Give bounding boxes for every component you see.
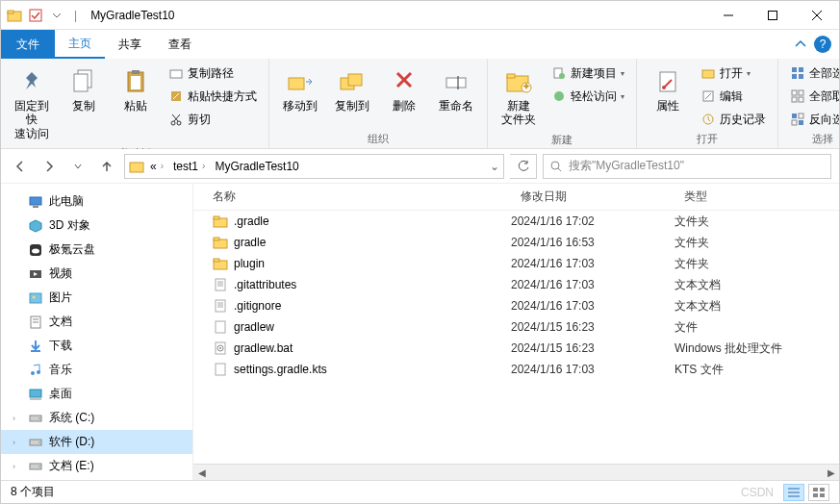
copy-path-button[interactable]: 复制路径 xyxy=(165,63,261,84)
move-to-button[interactable]: 移动到 xyxy=(277,63,323,116)
svg-rect-98 xyxy=(820,493,825,497)
file-type: 文件 xyxy=(675,319,839,336)
nav-item-label: 图片 xyxy=(49,290,72,306)
svg-rect-79 xyxy=(216,279,225,290)
scroll-right-icon[interactable]: ▶ xyxy=(823,465,839,481)
horizontal-scrollbar[interactable]: ◀ ▶ xyxy=(193,464,839,480)
column-name[interactable]: 名称 xyxy=(193,189,511,205)
rename-button[interactable]: 重命名 xyxy=(433,63,479,116)
easy-access-button[interactable]: 轻松访问▾ xyxy=(547,86,628,107)
svg-rect-39 xyxy=(792,74,797,79)
file-row[interactable]: .gitignore2024/1/16 17:03文本文档 xyxy=(193,295,839,316)
thumbnails-view-button[interactable] xyxy=(808,484,829,501)
scroll-left-icon[interactable]: ◀ xyxy=(193,465,210,481)
nav-item[interactable]: 文档 xyxy=(1,310,192,334)
folder-icon xyxy=(213,235,228,250)
column-type[interactable]: 类型 xyxy=(675,189,839,205)
file-row[interactable]: gradlew.bat2024/1/15 16:23Windows 批处理文件 xyxy=(193,338,839,359)
file-row[interactable]: plugin2024/1/16 17:03文件夹 xyxy=(193,253,839,274)
delete-button[interactable]: 删除 xyxy=(381,63,427,116)
column-date[interactable]: 修改日期 xyxy=(511,189,675,205)
edit-button[interactable]: 编辑 xyxy=(697,86,770,107)
file-type: Windows 批处理文件 xyxy=(675,340,839,357)
crumb-segment[interactable]: test1› xyxy=(169,160,209,173)
crumb-root[interactable]: «› xyxy=(146,160,167,173)
nav-item[interactable]: 下载 xyxy=(1,334,192,358)
search-box[interactable]: 搜索"MyGradleTest10" xyxy=(543,154,831,179)
history-button[interactable]: 历史记录 xyxy=(697,109,770,130)
file-tab[interactable]: 文件 xyxy=(1,30,55,59)
invert-icon xyxy=(790,112,805,127)
expand-icon[interactable]: › xyxy=(13,438,22,447)
details-view-button[interactable] xyxy=(783,484,804,501)
navigation-pane[interactable]: 此电脑3D 对象极氪云盘视频图片文档下载音乐桌面›系统 (C:)›软件 (D:)… xyxy=(1,184,193,480)
checkbox-icon[interactable] xyxy=(28,8,43,23)
breadcrumb-bar[interactable]: «› test1› MyGradleTest10 ⌄ xyxy=(124,154,504,179)
paste-shortcut-button[interactable]: 粘贴快捷方式 xyxy=(165,86,261,107)
cut-button[interactable]: 剪切 xyxy=(165,109,261,130)
properties-button[interactable]: 属性 xyxy=(645,63,691,116)
copy-to-button[interactable]: 复制到 xyxy=(329,63,375,116)
svg-rect-46 xyxy=(799,113,803,118)
new-item-button[interactable]: 新建项目▾ xyxy=(547,63,628,84)
file-name: gradle xyxy=(234,236,266,249)
ribbon-collapse-button[interactable] xyxy=(787,38,814,50)
nav-item[interactable]: 此电脑 xyxy=(1,189,192,214)
maximize-button[interactable] xyxy=(751,1,795,30)
nav-item[interactable]: 3D 对象 xyxy=(1,214,192,238)
nav-item[interactable]: 音乐 xyxy=(1,358,192,382)
svg-point-30 xyxy=(559,73,565,79)
pin-quick-access-button[interactable]: 固定到快 速访问 xyxy=(9,63,55,144)
nav-item[interactable]: ›文档 (E:) xyxy=(1,454,192,478)
expand-icon[interactable]: › xyxy=(13,462,22,471)
nav-item[interactable]: 桌面 xyxy=(1,382,192,406)
tab-home[interactable]: 主页 xyxy=(55,30,105,59)
copy-button[interactable]: 复制 xyxy=(61,63,107,116)
file-row[interactable]: .gitattributes2024/1/16 17:03文本文档 xyxy=(193,274,839,295)
new-folder-button[interactable]: ✦ 新建 文件夹 xyxy=(496,63,542,131)
refresh-button[interactable] xyxy=(510,154,537,179)
address-dropdown-icon[interactable]: ⌄ xyxy=(490,160,499,173)
shortcut-icon xyxy=(168,88,184,104)
qat-dropdown-icon[interactable] xyxy=(49,8,64,23)
crumb-segment[interactable]: MyGradleTest10 xyxy=(211,160,302,173)
tab-view[interactable]: 查看 xyxy=(155,30,205,59)
paste-button[interactable]: 粘贴 xyxy=(113,63,159,116)
nav-item-label: 文档 (E:) xyxy=(49,458,94,474)
back-button[interactable] xyxy=(9,155,32,178)
minimize-button[interactable] xyxy=(706,1,751,30)
titlebar: | MyGradleTest10 xyxy=(1,1,839,30)
file-list[interactable]: .gradle2024/1/16 17:02文件夹gradle2024/1/16… xyxy=(193,211,839,464)
open-button[interactable]: 打开▾ xyxy=(697,63,770,84)
select-all-button[interactable]: 全部选择 xyxy=(786,63,840,84)
svg-rect-53 xyxy=(33,206,38,208)
nav-item[interactable]: 图片 xyxy=(1,286,192,310)
search-placeholder: 搜索"MyGradleTest10" xyxy=(569,158,684,174)
file-row[interactable]: gradle2024/1/16 16:53文件夹 xyxy=(193,232,839,253)
easy-access-icon xyxy=(551,88,567,104)
dropdown-icon: ▾ xyxy=(747,69,751,78)
forward-button[interactable] xyxy=(38,155,61,178)
file-pane: 名称 修改日期 类型 .gradle2024/1/16 17:02文件夹grad… xyxy=(193,184,839,480)
file-row[interactable]: gradlew2024/1/15 16:23文件 xyxy=(193,316,839,338)
nav-item[interactable]: 视频 xyxy=(1,262,192,286)
svg-rect-45 xyxy=(792,113,797,118)
svg-rect-1 xyxy=(8,11,13,13)
select-none-button[interactable]: 全部取消 xyxy=(786,86,840,107)
file-row[interactable]: .gradle2024/1/16 17:02文件夹 xyxy=(193,211,839,232)
file-name: .gitignore xyxy=(234,299,281,313)
up-button[interactable] xyxy=(95,155,118,178)
recent-dropdown[interactable] xyxy=(66,155,89,178)
help-button[interactable]: ? xyxy=(814,36,831,53)
file-row[interactable]: settings.gradle.kts2024/1/16 17:03KTS 文件 xyxy=(193,359,839,380)
nav-item[interactable]: 极氪云盘 xyxy=(1,238,192,262)
nav-item[interactable]: ›软件 (D:) xyxy=(1,430,192,454)
cut-icon xyxy=(168,112,184,127)
svg-point-33 xyxy=(662,86,666,89)
expand-icon[interactable]: › xyxy=(13,414,22,423)
tab-share[interactable]: 共享 xyxy=(105,30,155,59)
nav-item[interactable]: ›系统 (C:) xyxy=(1,406,192,430)
close-button[interactable] xyxy=(795,1,839,30)
file-date: 2024/1/16 17:03 xyxy=(511,299,675,313)
invert-selection-button[interactable]: 反向选择 xyxy=(786,109,840,130)
